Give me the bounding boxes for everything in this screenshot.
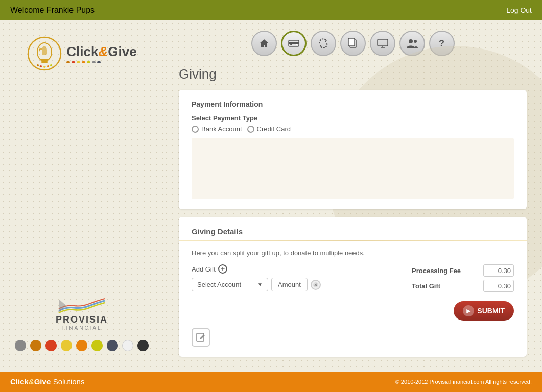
credit-card-option[interactable]: Credit Card [247,125,291,133]
payment-info-panel: Payment Information Select Payment Type … [179,90,527,209]
select-payment-type-label: Select Payment Type [192,114,514,122]
color-dot-8 [122,340,133,351]
color-dot-5 [76,340,87,351]
provisia-flag-icon [56,297,107,314]
total-gift-value: 0.30 [483,280,514,292]
giving-bottom-row: Add Gift + Select Account ▼ Amount [192,264,514,321]
footer-bar: Click&Give Solutions © 2010-2012 Provisi… [0,372,542,392]
color-dot-7 [107,340,118,351]
svg-rect-14 [348,38,355,46]
header-bar: Welcome Frankie Pups Log Out [0,0,542,20]
monitor-nav-button[interactable] [370,31,395,56]
amount-button[interactable]: Amount [271,278,308,291]
payment-section-title: Payment Information [192,100,514,108]
provisia-logo-area: PROVISIA FINANCIAL [56,297,108,331]
logo-text: Click&Give [66,44,136,63]
svg-point-8 [50,64,52,66]
color-dot-6 [91,340,103,351]
content-area: ? Giving Payment Information Select Paym… [163,20,542,372]
svg-point-7 [47,65,49,67]
help-nav-button[interactable]: ? [429,31,455,56]
processing-fee-value: 0.30 [483,264,514,277]
color-dot-3 [45,340,57,351]
color-dots-row [15,340,149,351]
add-gift-icon[interactable]: + [218,264,227,274]
color-dot-4 [61,340,72,351]
refresh-nav-button[interactable] [311,31,336,56]
svg-rect-3 [41,61,48,63]
add-gift-label: Add Gift + [192,264,396,274]
edit-icon-button[interactable] [192,328,210,347]
add-gift-section: Add Gift + Select Account ▼ Amount [192,264,396,291]
remove-gift-button[interactable] [311,280,321,290]
submit-label: SUBMIT [477,307,505,315]
giving-details-panel: Giving Details Here you can split your g… [179,217,527,357]
submit-chevron-icon: ► [463,305,474,316]
copy-nav-button[interactable] [340,31,366,56]
dropdown-arrow-icon: ▼ [257,282,263,287]
footer-copyright: © 2010-2012 ProvisiaFinancial.com All ri… [395,379,532,385]
bank-account-radio[interactable] [192,126,199,133]
svg-point-6 [43,66,45,68]
credit-card-label: Credit Card [257,125,291,133]
giving-details-title: Giving Details [192,227,514,236]
credit-card-radio[interactable] [247,126,254,133]
giving-details-text: Here you can split your gift up, to dona… [192,249,514,257]
footer-brand: Click&Give Solutions [10,377,84,386]
svg-rect-11 [289,42,299,44]
payment-type-row: Bank Account Credit Card [192,125,514,133]
submit-button[interactable]: ► SUBMIT [454,301,514,321]
page-title: Giving [179,66,527,82]
svg-point-4 [37,64,39,66]
svg-point-5 [40,65,42,67]
color-dot-9 [137,340,149,351]
color-dot-1 [15,340,26,351]
svg-rect-2 [41,59,48,61]
fee-section: Processing Fee 0.30 Total Gift 0.30 ► SU… [412,264,514,321]
svg-rect-15 [378,39,388,46]
select-account-dropdown[interactable]: Select Account ▼ [192,278,268,291]
bank-account-option[interactable]: Bank Account [192,125,242,133]
total-gift-label: Total Gift [412,282,440,290]
logout-button[interactable]: Log Out [506,6,532,14]
bank-account-label: Bank Account [201,125,242,133]
provisia-financial: FINANCIAL [61,325,102,331]
welcome-text: Welcome Frankie Pups [10,6,95,15]
payment-nav-button[interactable] [281,31,307,56]
svg-point-17 [414,40,417,43]
people-nav-button[interactable] [399,31,425,56]
processing-fee-row: Processing Fee 0.30 [412,264,514,277]
svg-rect-12 [290,44,292,45]
nav-icons: ? [179,31,527,56]
edit-icon-area [192,328,514,347]
home-nav-button[interactable] [251,31,277,56]
main-layout: Click&Give [0,20,542,372]
gift-input-row: Select Account ▼ Amount [192,278,396,291]
logo-icon [27,36,62,71]
payment-form-area [192,138,514,199]
sidebar: Click&Give [0,20,163,372]
svg-point-16 [409,39,413,43]
processing-fee-label: Processing Fee [412,267,461,275]
giving-divider [179,240,527,241]
total-gift-row: Total Gift 0.30 [412,280,514,292]
color-dot-2 [30,340,41,351]
provisia-name: PROVISIA [56,314,108,325]
logo-area: Click&Give [27,36,136,71]
